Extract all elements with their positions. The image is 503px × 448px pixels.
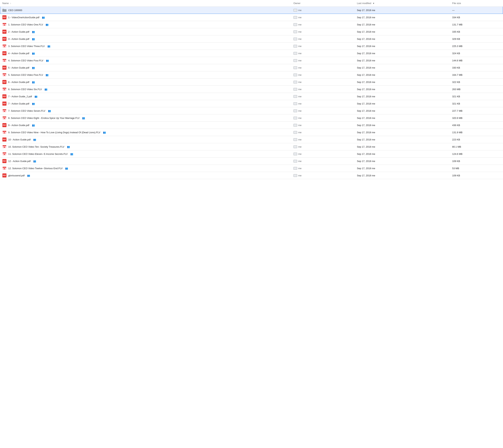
file-name-cell[interactable]: 6. Solomon CEO Video Six.FLV 👥: [0, 86, 291, 93]
owner-cell: me: [291, 107, 355, 114]
table-row[interactable]: PDF 2 - Action Guide.pdf 👥 me Sep 17, 20…: [0, 28, 503, 35]
table-row[interactable]: PDF 7 - Action Guide.pdf 👥 me Sep 17, 20…: [0, 100, 503, 107]
file-name-cell[interactable]: 11. Solomon CEO Video Eleven- E-Income S…: [0, 150, 291, 158]
size-cell: 320.9 MB: [450, 114, 503, 122]
owner-cell: me: [291, 129, 355, 136]
file-name-cell[interactable]: 7. Solomon CEO Video Seven.FLV 👥: [0, 107, 291, 114]
file-name-cell[interactable]: PDF 9 - Action Guide.pdf 👥: [0, 122, 291, 129]
file-name-label: 7 - Action Guide.pdf: [8, 102, 29, 105]
table-row[interactable]: PDF gloriousend.pdf 👥 me Sep 17, 2018 me…: [0, 172, 503, 179]
table-row[interactable]: PDF 6 - Action Guide.pdf 👥 me Sep 17, 20…: [0, 79, 503, 86]
file-name-cell[interactable]: PDF 6 - Action Guide.pdf 👥: [0, 79, 291, 86]
flv-icon: [2, 109, 6, 113]
table-row[interactable]: 7. Solomon CEO Video Seven.FLV 👥 me Sep …: [0, 107, 503, 114]
table-row[interactable]: 1. Solomon CEO Video One.FLV 👥 me Sep 17…: [0, 21, 503, 28]
file-name-cell[interactable]: 9. Solomon CEO Video Nine - How To Love …: [0, 129, 291, 136]
file-name-cell[interactable]: PDF 10 - Action Guide.pdf 👥: [0, 136, 291, 143]
table-row[interactable]: 12. Solomon CEO Video Twelve- Glorious E…: [0, 165, 503, 172]
file-name-cell[interactable]: PDF 12 - Action Guide.pdf 👥: [0, 158, 291, 165]
svg-rect-24: [2, 131, 6, 132]
file-name-cell[interactable]: 10. Solomon CEO Video Ten- Society Treas…: [0, 143, 291, 150]
size-label: 164.7 MB: [452, 74, 463, 76]
owner-column-header[interactable]: Owner: [291, 0, 355, 7]
modified-cell: Sep 17, 2018 me: [355, 43, 450, 50]
modified-label: Sep 17, 2018 me: [357, 81, 375, 83]
modified-cell: Sep 17, 2018 me: [355, 165, 450, 172]
table-row[interactable]: 3. Solomon CEO Video Three.FLV 👥 me Sep …: [0, 43, 503, 50]
size-label: 131.9 MB: [452, 131, 463, 134]
table-row[interactable]: 5. Solomon CEO Video Five.FLV 👥 me Sep 1…: [0, 71, 503, 79]
file-name-cell[interactable]: PDF 5 - Action Guide.pdf 👥: [0, 64, 291, 71]
table-row[interactable]: PDF 4 - Action Guide.pdf 👥 me Sep 17, 20…: [0, 50, 503, 57]
svg-rect-9: [2, 59, 6, 60]
modified-label: Sep 17, 2018 me: [357, 131, 375, 134]
table-row[interactable]: PDF 7 - Action Guide_2.pdf 👥 me Sep 17, …: [0, 93, 503, 100]
owner-label: me: [298, 110, 302, 112]
file-name-cell[interactable]: 12. Solomon CEO Video Twelve- Glorious E…: [0, 165, 291, 172]
size-column-header[interactable]: File size: [450, 0, 503, 7]
file-name-label: 4 - Action Guide.pdf: [8, 52, 29, 55]
shared-icon: 👥: [42, 16, 45, 19]
table-row[interactable]: 10. Solomon CEO Video Ten- Society Treas…: [0, 143, 503, 150]
svg-rect-12: [2, 73, 6, 74]
table-row[interactable]: PDF 10 - Action Guide.pdf 👥 me Sep 17, 2…: [0, 136, 503, 143]
owner-computer-icon: [293, 124, 297, 127]
file-name-cell[interactable]: 4. Solomon CEO Video Four.FLV 👥: [0, 57, 291, 64]
table-row[interactable]: 9. Solomon CEO Video Nine - How To Love …: [0, 129, 503, 136]
table-row[interactable]: PDF 1 - VideoOneActionGuide.pdf 👥 me Sep…: [0, 14, 503, 21]
file-name-cell[interactable]: PDF 7 - Action Guide_2.pdf 👥: [0, 93, 291, 100]
table-row[interactable]: CEO 100000 me Sep 17, 2018 me —: [0, 7, 503, 14]
owner-label: me: [298, 31, 302, 33]
shared-icon: 👥: [32, 66, 35, 69]
file-name-cell[interactable]: PDF gloriousend.pdf 👥: [0, 172, 291, 179]
file-name-label: 7 - Action Guide_2.pdf: [8, 95, 32, 98]
owner-label: me: [298, 38, 302, 40]
modified-cell: Sep 17, 2018 me: [355, 28, 450, 35]
file-name-cell[interactable]: 5. Solomon CEO Video Five.FLV 👥: [0, 71, 291, 79]
modified-cell: Sep 17, 2018 me: [355, 14, 450, 21]
table-row[interactable]: 8. Solomon CEO Video Eight - Erotica Spi…: [0, 114, 503, 122]
table-row[interactable]: PDF 12 - Action Guide.pdf 👥 me Sep 17, 2…: [0, 158, 503, 165]
modified-cell: Sep 17, 2018 me: [355, 50, 450, 57]
flv-icon: [2, 22, 6, 27]
size-cell: 53 MB: [450, 165, 503, 172]
file-name-cell[interactable]: PDF 7 - Action Guide.pdf 👥: [0, 100, 291, 107]
flv-icon: [2, 166, 6, 170]
pdf-icon: PDF: [2, 94, 6, 98]
file-name-cell[interactable]: 8. Solomon CEO Video Eight - Erotica Spi…: [0, 114, 291, 122]
pdf-icon: PDF: [2, 15, 6, 19]
table-row[interactable]: PDF 9 - Action Guide.pdf 👥 me Sep 17, 20…: [0, 122, 503, 129]
file-name-cell[interactable]: 1. Solomon CEO Video One.FLV 👥: [0, 21, 291, 28]
table-row[interactable]: PDF 5 - Action Guide.pdf 👥 me Sep 17, 20…: [0, 64, 503, 71]
owner-computer-icon: [293, 138, 297, 141]
modified-label: Sep 17, 2018 me: [357, 74, 375, 76]
table-row[interactable]: PDF 3 - Action Guide.pdf 👥 me Sep 17, 20…: [0, 35, 503, 43]
table-row[interactable]: 4. Solomon CEO Video Four.FLV 👥 me Sep 1…: [0, 57, 503, 64]
file-name-cell[interactable]: PDF 4 - Action Guide.pdf 👥: [0, 50, 291, 57]
owner-label: me: [298, 16, 302, 19]
owner-label: me: [298, 88, 302, 91]
owner-cell: me: [291, 158, 355, 165]
file-name-cell[interactable]: PDF 2 - Action Guide.pdf 👥: [0, 28, 291, 35]
table-row[interactable]: 11. Solomon CEO Video Eleven- E-Income S…: [0, 150, 503, 158]
owner-label: me: [298, 102, 302, 105]
file-name-cell[interactable]: 3. Solomon CEO Video Three.FLV 👥: [0, 43, 291, 50]
shared-icon: 👥: [32, 81, 35, 83]
flv-icon: [2, 152, 6, 156]
file-name-cell[interactable]: PDF 1 - VideoOneActionGuide.pdf 👥: [0, 14, 291, 21]
owner-computer-icon: [293, 45, 297, 48]
file-name-cell[interactable]: PDF 3 - Action Guide.pdf 👥: [0, 35, 291, 43]
file-name-cell[interactable]: CEO 100000: [0, 7, 291, 14]
size-cell: —: [450, 7, 503, 14]
size-label: 225.3 MB: [452, 45, 463, 48]
size-cell: 227.7 MB: [450, 107, 503, 114]
owner-label: me: [298, 167, 302, 170]
table-row[interactable]: 6. Solomon CEO Video Six.FLV 👥 me Sep 17…: [0, 86, 503, 93]
size-cell: 109 KB: [450, 158, 503, 165]
modified-column-header[interactable]: Last modified ▼: [355, 0, 450, 7]
modified-label: Sep 17, 2018 me: [357, 9, 375, 12]
name-column-header[interactable]: Name ↑: [0, 0, 291, 7]
file-name-label: 10. Solomon CEO Video Ten- Society Treas…: [8, 145, 64, 148]
size-cell: 80.1 MB: [450, 143, 503, 150]
owner-label: me: [298, 81, 302, 83]
